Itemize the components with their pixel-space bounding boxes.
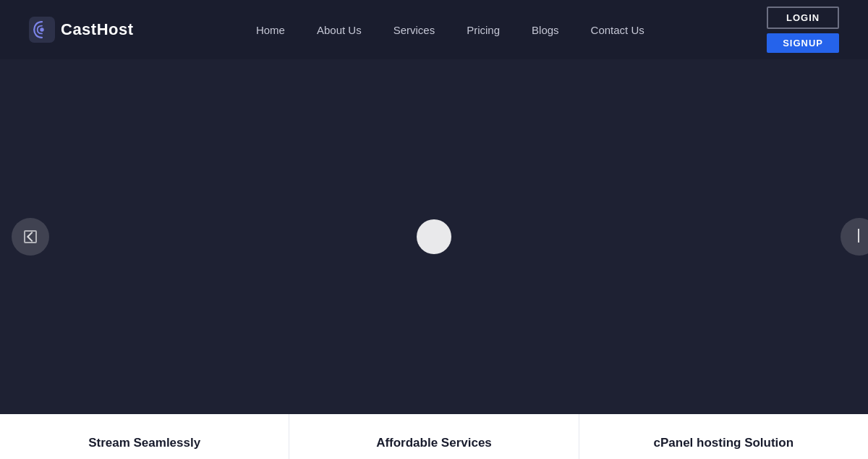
logo-icon (29, 17, 55, 43)
prev-slide-button[interactable] (12, 218, 49, 256)
feature-cards: Stream Seamlessly Affordable Services cP… (0, 414, 868, 459)
nav-item-contact[interactable]: Contact Us (578, 18, 658, 42)
header-buttons: LOGIN SIGNUP (767, 7, 839, 53)
card-affordable: Affordable Services (289, 414, 579, 459)
next-slide-button[interactable] (841, 218, 868, 256)
nav-item-pricing[interactable]: Pricing (454, 18, 513, 42)
logo-text: CastHost (61, 20, 134, 39)
nav-item-about[interactable]: About Us (304, 18, 375, 42)
signup-button[interactable]: SIGNUP (767, 33, 839, 53)
hero-section (0, 59, 868, 414)
loading-indicator (417, 219, 451, 254)
nav-item-services[interactable]: Services (380, 18, 448, 42)
logo[interactable]: CastHost (29, 17, 134, 43)
card-stream: Stream Seamlessly (0, 414, 289, 459)
card-stream-title: Stream Seamlessly (88, 436, 200, 450)
next-arrow-icon (858, 230, 861, 243)
card-cpanel-title: cPanel hosting Solution (654, 436, 794, 450)
card-cpanel: cPanel hosting Solution (579, 414, 868, 459)
prev-arrow-icon (24, 230, 37, 243)
header: CastHost Home About Us Services Pricing … (0, 0, 868, 59)
main-nav: Home About Us Services Pricing Blogs Con… (243, 18, 658, 42)
svg-point-1 (40, 28, 43, 31)
nav-item-home[interactable]: Home (243, 18, 298, 42)
card-affordable-title: Affordable Services (376, 436, 492, 450)
nav-item-blogs[interactable]: Blogs (519, 18, 572, 42)
login-button[interactable]: LOGIN (767, 7, 839, 29)
